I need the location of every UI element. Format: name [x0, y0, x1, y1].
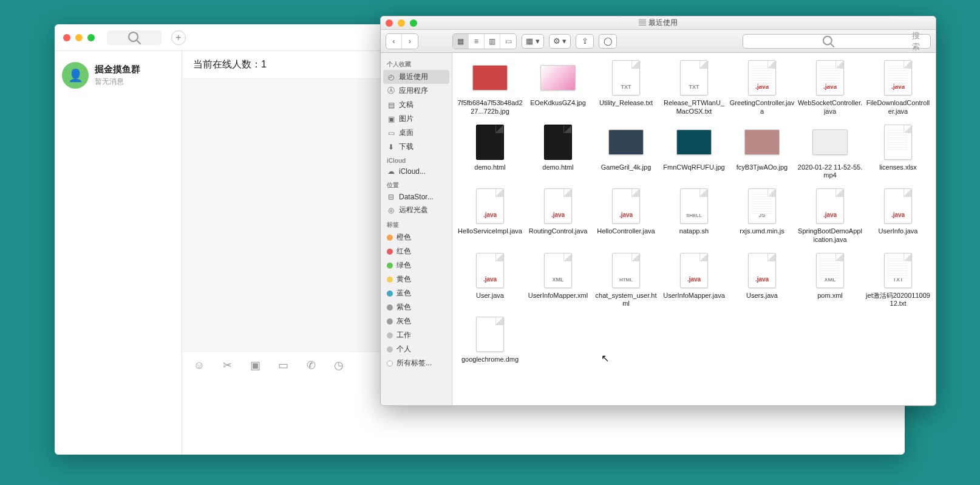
sidebar-item-工作[interactable]: 工作 — [381, 328, 452, 342]
close-icon[interactable] — [63, 34, 70, 41]
file-item[interactable]: HTMLchat_system_user.html — [592, 252, 660, 309]
icon-view-button[interactable]: ▦ — [453, 34, 469, 49]
file-item[interactable]: .javaSpringBootDemoApplication.java — [796, 187, 864, 244]
search-placeholder: 搜索 — [912, 30, 927, 52]
minimize-icon[interactable] — [75, 34, 83, 41]
zoom-icon[interactable] — [87, 34, 95, 41]
file-icon: .java — [812, 187, 848, 225]
zoom-icon[interactable] — [410, 19, 417, 27]
tags-button[interactable]: ◯ — [599, 34, 617, 49]
history-icon[interactable]: ◷ — [333, 359, 345, 371]
group-button[interactable]: ▦ ▾ — [522, 34, 544, 49]
sidebar-item-所有标签...[interactable]: 所有标签... — [381, 356, 452, 370]
sidebar-item-个人[interactable]: 个人 — [381, 342, 452, 356]
file-item[interactable]: TXTUtility_Release.txt — [592, 59, 660, 116]
chat-list-item[interactable]: 👤 掘金摸鱼群 暂无消息 — [55, 51, 182, 100]
sidebar-item-应用程序[interactable]: Ⓐ应用程序 — [381, 84, 452, 98]
sidebar-item-iCloud...[interactable]: ☁iCloud... — [381, 165, 452, 177]
list-view-button[interactable]: ≡ — [469, 34, 485, 49]
file-item[interactable]: .javaRoutingControl.java — [524, 187, 592, 244]
sidebar-item-label: 紫色 — [396, 302, 411, 312]
file-label: FileDownloadController.java — [865, 99, 931, 116]
sidebar-item-红色[interactable]: 红色 — [381, 244, 452, 258]
sidebar-item-绿色[interactable]: 绿色 — [381, 258, 452, 272]
avatar: 👤 — [62, 62, 89, 89]
file-item[interactable]: .javaWebSocketController.java — [796, 59, 864, 116]
file-item[interactable]: .javaHelloController.java — [592, 187, 660, 244]
file-icon: XML — [540, 252, 576, 289]
finder-titlebar[interactable]: ▤ 最近使用 — [381, 16, 936, 30]
file-item[interactable]: JSrxjs.umd.min.js — [728, 187, 796, 244]
file-item[interactable]: SHELLnatapp.sh — [660, 187, 728, 244]
sidebar-item-桌面[interactable]: ▭桌面 — [381, 126, 452, 140]
file-item[interactable]: .javaGreetingController.java — [728, 59, 796, 116]
sidebar-item-紫色[interactable]: 紫色 — [381, 300, 452, 314]
forward-button[interactable]: › — [402, 34, 418, 49]
sidebar-item-黄色[interactable]: 黄色 — [381, 272, 452, 286]
file-icon — [472, 315, 508, 353]
file-item[interactable]: TXTRelease_RTWlanU_MacOSX.txt — [660, 59, 728, 116]
cloud-icon: ☁ — [387, 167, 395, 176]
file-label: UserInfoMapper.xml — [528, 292, 588, 300]
file-item[interactable]: .javaUserInfo.java — [864, 187, 932, 244]
file-item[interactable]: 2020-01-22 11-52-55.mp4 — [796, 123, 864, 181]
back-button[interactable]: ‹ — [386, 34, 402, 49]
file-item[interactable]: TXTjet激活码202001100912.txt — [864, 252, 932, 309]
file-item[interactable]: demo.html — [456, 123, 524, 181]
scissors-icon[interactable]: ✂ — [221, 359, 233, 371]
column-view-button[interactable]: ▥ — [485, 34, 500, 49]
file-item[interactable]: licenses.xlsx — [864, 123, 932, 181]
file-label: GameGril_4k.jpg — [601, 163, 652, 172]
file-item[interactable]: googlechrome.dmg — [456, 315, 524, 364]
tag-dot-icon — [387, 249, 393, 255]
file-item[interactable]: EOeKdkusGZ4.jpg — [524, 59, 592, 116]
sidebar-item-图片[interactable]: ▣图片 — [381, 112, 452, 126]
sidebar-item-远程光盘[interactable]: ◎远程光盘 — [381, 203, 452, 217]
sidebar-item-橙色[interactable]: 橙色 — [381, 230, 452, 244]
sidebar-item-灰色[interactable]: 灰色 — [381, 314, 452, 328]
svg-point-2 — [823, 36, 832, 44]
sidebar-item-最近使用[interactable]: ◴最近使用 — [383, 70, 449, 84]
file-item[interactable]: .javaFileDownloadController.java — [864, 59, 932, 116]
sidebar-item-label: 黄色 — [396, 274, 411, 284]
file-item[interactable]: .javaUserInfoMapper.java — [660, 252, 728, 309]
file-label: Users.java — [746, 292, 778, 300]
sidebar-item-label: 个人 — [396, 344, 411, 354]
search-icon — [747, 35, 910, 48]
file-item[interactable]: 7f5fb684a7f53b48ad227...722b.jpg — [456, 59, 524, 116]
action-button[interactable]: ⚙ ▾ — [549, 34, 571, 49]
minimize-icon[interactable] — [398, 19, 405, 27]
tag-dot-icon — [387, 291, 393, 297]
folder-icon[interactable]: ▭ — [277, 359, 289, 371]
sidebar-item-蓝色[interactable]: 蓝色 — [381, 286, 452, 300]
add-button[interactable]: + — [171, 30, 186, 45]
chat-search-input[interactable] — [107, 30, 162, 45]
finder-content[interactable]: 7f5fb684a7f53b48ad227...722b.jpgEOeKdkus… — [452, 53, 936, 405]
share-button[interactable]: ⇪ — [576, 34, 594, 49]
close-icon[interactable] — [386, 19, 393, 27]
file-label: UserInfoMapper.java — [663, 292, 725, 300]
phone-icon[interactable]: ✆ — [305, 359, 317, 371]
file-item[interactable]: FmnCWqRFUFU.jpg — [660, 123, 728, 181]
file-item[interactable]: fcyB3TjwAOo.jpg — [728, 123, 796, 181]
file-item[interactable]: XMLpom.xml — [796, 252, 864, 309]
sidebar-item-下载[interactable]: ⬇下载 — [381, 140, 452, 154]
file-item[interactable]: .javaUser.java — [456, 252, 524, 309]
file-label: EOeKdkusGZ4.jpg — [530, 99, 586, 108]
screenshot-icon[interactable]: ▣ — [249, 359, 261, 371]
file-item[interactable]: XMLUserInfoMapper.xml — [524, 252, 592, 309]
file-icon: SHELL — [676, 187, 712, 225]
gallery-view-button[interactable]: ▭ — [500, 34, 516, 49]
finder-search-input[interactable]: 搜索 — [743, 34, 931, 49]
svg-line-1 — [137, 40, 141, 44]
sidebar-item-文稿[interactable]: ▤文稿 — [381, 98, 452, 112]
file-grid: 7f5fb684a7f53b48ad227...722b.jpgEOeKdkus… — [456, 59, 932, 371]
sidebar-item-label: 桌面 — [399, 128, 413, 138]
emoji-icon[interactable]: ☺ — [193, 359, 205, 371]
file-item[interactable]: GameGril_4k.jpg — [592, 123, 660, 181]
sidebar-item-label: 文稿 — [399, 100, 413, 110]
file-item[interactable]: .javaHelloServiceImpl.java — [456, 187, 524, 244]
sidebar-item-DataStor...[interactable]: ⊟DataStor... — [381, 191, 452, 203]
file-item[interactable]: demo.html — [524, 123, 592, 181]
file-item[interactable]: .javaUsers.java — [728, 252, 796, 309]
